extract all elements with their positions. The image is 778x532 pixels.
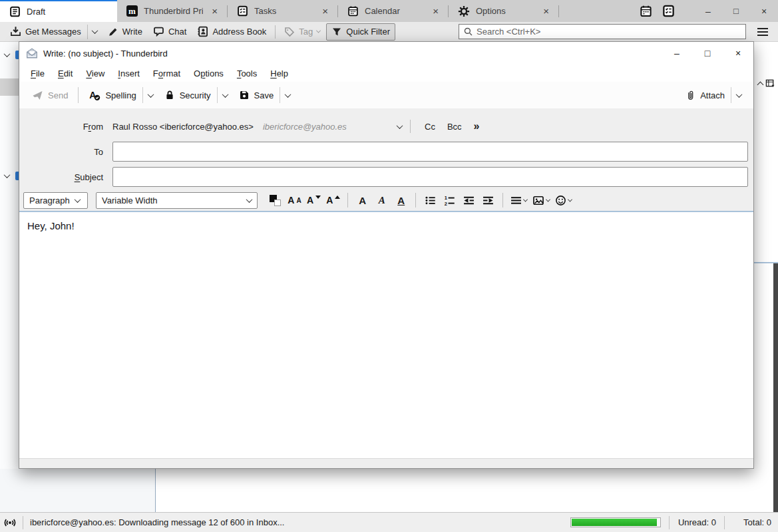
tab-calendar[interactable]: Calendar × — [338, 0, 448, 22]
paragraph-style-select[interactable]: Paragraph — [23, 192, 88, 209]
menu-file[interactable]: File — [25, 66, 51, 80]
cc-button[interactable]: Cc — [419, 119, 441, 134]
security-button[interactable]: Security — [158, 86, 217, 105]
compose-maximize-button[interactable]: □ — [692, 42, 723, 65]
spelling-label: Spelling — [105, 90, 136, 100]
from-identity-dropdown[interactable]: Raul Rosso <ibericforce@yahoo.es> iberic… — [112, 122, 397, 132]
tag-label: Tag — [299, 27, 313, 37]
tab-close-icon[interactable]: × — [319, 6, 331, 16]
get-messages-label: Get Messages — [25, 27, 81, 37]
quick-filter-button[interactable]: Quick Filter — [326, 23, 395, 41]
save-button[interactable]: Save — [233, 86, 280, 105]
maximize-button[interactable]: □ — [722, 0, 750, 22]
tab-label: Draft — [27, 7, 110, 17]
alignment-button[interactable] — [509, 192, 528, 209]
numbered-list-button[interactable]: 12 — [441, 192, 458, 209]
compose-window: Write: (no subject) - Thunderbird – □ × … — [19, 41, 754, 469]
italic-button[interactable]: A — [373, 192, 390, 209]
font-value: Variable Width — [102, 196, 158, 205]
menu-options[interactable]: Options — [188, 66, 230, 80]
svg-text:2: 2 — [445, 200, 447, 205]
more-addressing-button[interactable]: » — [468, 119, 486, 134]
compose-titlebar[interactable]: Write: (no subject) - Thunderbird – □ × — [19, 42, 753, 65]
attach-button[interactable]: Attach — [680, 86, 731, 105]
chevron-down-icon — [523, 197, 528, 201]
column-picker-icon[interactable] — [765, 78, 775, 88]
menu-tools[interactable]: Tools — [231, 66, 263, 80]
address-book-button[interactable]: Address Book — [192, 23, 271, 41]
unread-count: Unread: 0 — [678, 517, 716, 527]
bcc-button[interactable]: Bcc — [441, 119, 468, 134]
menu-format[interactable]: Format — [147, 66, 186, 80]
write-button[interactable]: Write — [103, 23, 147, 41]
from-identity-hint: ibericforce@yahoo.es — [263, 122, 347, 132]
tab-options[interactable]: Options × — [449, 0, 558, 22]
tag-button[interactable]: Tag — [280, 23, 325, 41]
decrease-font-size-button[interactable]: A — [305, 192, 322, 209]
increase-font-size-button[interactable]: A — [325, 192, 341, 209]
format-separator — [347, 193, 348, 207]
folder-twisty-icon[interactable] — [4, 172, 11, 178]
folder-selected-row[interactable] — [0, 78, 19, 96]
security-dropdown[interactable] — [217, 87, 233, 103]
app-menu-icon[interactable] — [753, 23, 773, 41]
chevron-down-icon[interactable] — [397, 122, 403, 129]
tab-label: Calendar — [365, 6, 424, 16]
total-count: Total: 0 — [733, 517, 771, 527]
image-icon — [532, 195, 544, 206]
text-color-picker[interactable] — [267, 192, 284, 209]
underline-button[interactable]: A — [393, 192, 409, 209]
menu-insert[interactable]: Insert — [112, 66, 146, 80]
menu-edit[interactable]: Edit — [52, 66, 79, 80]
folder-pane-strip — [0, 42, 19, 512]
insert-smiley-button[interactable] — [554, 192, 573, 209]
pane-splitter[interactable] — [155, 469, 156, 512]
bold-button[interactable]: A — [354, 192, 371, 209]
subject-input[interactable] — [112, 167, 748, 187]
spelling-dropdown[interactable] — [142, 87, 158, 103]
tab-tasks[interactable]: Tasks × — [228, 0, 337, 22]
tasks-view-button[interactable] — [657, 0, 680, 22]
tab-thunderbird-privacy[interactable]: m Thunderbird Priv × — [117, 0, 227, 22]
send-button[interactable]: Send — [26, 86, 74, 105]
chat-button[interactable]: Chat — [148, 23, 191, 41]
sort-ascending-icon[interactable] — [757, 82, 764, 88]
get-messages-dropdown[interactable] — [87, 25, 102, 39]
chevron-down-icon — [546, 197, 550, 201]
status-text: ibericforce@yahoo.es: Downloading messag… — [30, 517, 284, 527]
indent-button[interactable] — [480, 192, 496, 209]
compose-minimize-button[interactable]: – — [662, 42, 692, 65]
font-select[interactable]: Variable Width — [96, 192, 258, 209]
insert-image-button[interactable] — [531, 192, 551, 209]
minimize-button[interactable]: – — [694, 0, 722, 22]
compose-close-button[interactable]: × — [723, 42, 753, 65]
indent-icon — [483, 195, 494, 206]
tab-close-icon[interactable]: × — [430, 6, 441, 16]
save-dropdown[interactable] — [280, 87, 295, 103]
attach-dropdown[interactable] — [731, 87, 747, 103]
compose-toolbar: Send A Spelling Security Sa — [19, 82, 753, 108]
filter-funnel-icon — [331, 27, 342, 37]
tab-close-icon[interactable]: × — [540, 6, 552, 16]
folder-twisty-icon[interactable] — [4, 51, 11, 57]
menu-help[interactable]: Help — [264, 66, 294, 80]
tab-close-icon[interactable]: × — [209, 6, 220, 16]
font-size-button[interactable]: AA — [286, 192, 303, 209]
spelling-icon: A — [89, 89, 100, 101]
message-body-editor[interactable]: Hey, John! — [19, 212, 753, 458]
spelling-button[interactable]: A Spelling — [83, 86, 142, 105]
outdent-button[interactable] — [461, 192, 477, 209]
calendar-view-button[interactable] — [634, 0, 657, 22]
close-button[interactable]: × — [750, 0, 778, 22]
tab-draft[interactable]: Draft — [0, 0, 117, 22]
pencil-icon — [108, 27, 118, 37]
bullet-list-button[interactable] — [422, 192, 439, 209]
get-messages-button[interactable]: Get Messages — [5, 23, 86, 41]
search-input[interactable] — [459, 24, 746, 39]
menu-view[interactable]: View — [80, 66, 110, 80]
security-label: Security — [180, 90, 211, 100]
to-input[interactable] — [112, 142, 748, 162]
save-label: Save — [254, 90, 274, 100]
chevron-down-icon — [91, 27, 98, 34]
chat-label: Chat — [168, 27, 186, 37]
